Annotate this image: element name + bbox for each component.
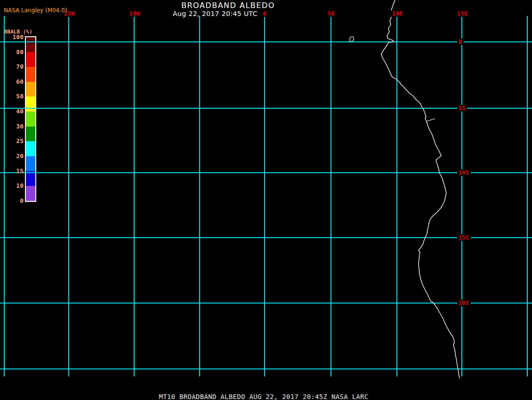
colorbar-tick-label: 25 — [0, 138, 24, 144]
albedo-map-plot: NASA Langley (M04.0) BROADBAND ALBEDO Au… — [0, 0, 532, 400]
page-title: BROADBAND ALBEDO — [181, 1, 275, 10]
colorbar-tick-label: 30 — [0, 123, 24, 130]
lat-label: 10S — [457, 169, 471, 176]
colorbar-tick-label: 0 — [0, 198, 24, 204]
colorbar-title: BBALB (%) — [4, 29, 32, 35]
lat-label: 0 — [457, 39, 464, 45]
source-version-label: NASA Langley (M04.0) — [4, 7, 67, 14]
colorbar-tick-label: 70 — [0, 64, 24, 70]
congo-river-line — [427, 119, 435, 121]
lat-label: 15S — [457, 234, 471, 241]
colorbar-tick-label: 10 — [0, 183, 24, 189]
colorbar-tick-label: 60 — [0, 79, 24, 85]
colorbar-tick-label: 20 — [0, 153, 24, 160]
lon-label: 10W — [128, 10, 141, 17]
footer-caption: MT10 BROADBAND ALBEDO AUG 22, 2017 20:45… — [159, 393, 368, 400]
colorbar-tick-label: 50 — [0, 93, 24, 100]
lon-label: 15E — [456, 10, 468, 17]
colorbar-tick-label: 100 — [0, 34, 24, 40]
lon-label: 5E — [327, 10, 336, 17]
coastline-layer — [0, 0, 532, 400]
sao-tome-island-outline — [349, 36, 355, 42]
colorbar-tick-label: 80 — [0, 49, 24, 56]
lat-label: 20S — [457, 300, 471, 306]
africa-west-coastline — [381, 0, 459, 378]
colorbar-tick-label: 40 — [0, 108, 24, 115]
colorbar-tick-label: 15 — [0, 168, 24, 175]
timestamp-subtitle: Aug 22, 2017 20:45 UTC — [173, 10, 258, 17]
lon-label: 10E — [391, 10, 403, 17]
lon-label: 0 — [262, 10, 268, 17]
lat-label: 5S — [457, 105, 467, 112]
